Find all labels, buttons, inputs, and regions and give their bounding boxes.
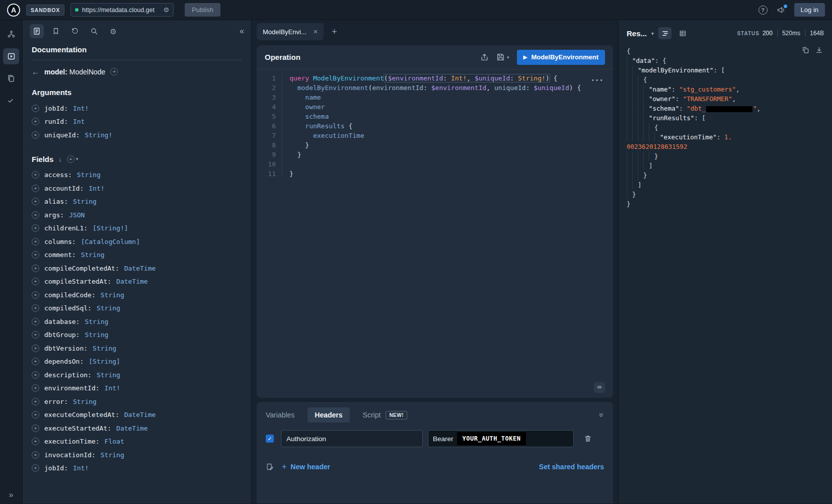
add-field-icon[interactable]: + <box>32 185 39 192</box>
doc-field-row[interactable]: +compileCompletedAt:DateTime <box>32 262 242 275</box>
field-type[interactable]: Float <box>105 438 124 445</box>
run-operation-button[interactable]: ▶ ModelByEnvironment <box>517 50 605 65</box>
add-field-icon[interactable]: + <box>32 265 39 272</box>
add-field-icon[interactable]: + <box>32 171 39 179</box>
tab-variables[interactable]: Variables <box>266 411 294 419</box>
field-type[interactable]: String! <box>85 131 112 139</box>
bookmark-icon[interactable] <box>49 24 63 38</box>
help-icon[interactable]: ? <box>759 6 768 15</box>
doc-field-row[interactable]: +database:String <box>32 315 242 328</box>
doc-field-row[interactable]: +childrenL1:[String!] <box>32 222 242 235</box>
chevron-down-icon[interactable]: ▾ <box>76 156 79 161</box>
doc-field-row[interactable]: +description:String <box>32 368 242 382</box>
new-tab-icon[interactable]: + <box>332 27 337 37</box>
doc-field-row[interactable]: +alias:String <box>32 195 242 209</box>
keyboard-shortcuts-icon[interactable]: ⌨ <box>594 382 605 393</box>
add-field-icon[interactable]: + <box>32 304 39 312</box>
doc-field-row[interactable]: +invocationId:String <box>32 448 242 462</box>
set-shared-headers-link[interactable]: Set shared headers <box>539 463 604 471</box>
model-type[interactable]: ModelNode <box>69 68 106 76</box>
doc-field-row[interactable]: +accountId:Int! <box>32 182 242 195</box>
schema-graph-icon[interactable] <box>3 26 19 42</box>
doc-field-row[interactable]: +runId:Int <box>32 115 242 129</box>
doc-field-row[interactable]: +comment:String <box>32 248 242 262</box>
add-field-icon[interactable]: + <box>32 358 39 365</box>
add-field-icon[interactable]: + <box>32 198 39 205</box>
field-type[interactable]: String <box>101 291 124 299</box>
response-title[interactable]: Res... <box>627 29 647 38</box>
tab-script[interactable]: Script <box>363 411 381 419</box>
add-field-icon[interactable]: + <box>32 105 39 112</box>
add-field-icon[interactable]: + <box>32 118 39 125</box>
field-type[interactable]: String <box>81 251 105 259</box>
field-type[interactable]: String <box>73 198 97 205</box>
new-header-button[interactable]: + New header <box>282 462 330 471</box>
add-field-icon[interactable]: + <box>32 238 39 245</box>
search-icon[interactable] <box>87 24 101 38</box>
doc-field-row[interactable]: +columns:[CatalogColumn] <box>32 235 242 248</box>
collapse-bottom-panel-icon[interactable]: » <box>597 413 607 417</box>
doc-field-row[interactable]: +compiledSql:String <box>32 302 242 315</box>
doc-field-row[interactable]: +jobId:Int! <box>32 102 242 115</box>
doc-field-row[interactable]: +executeStartedAt:DateTime <box>32 422 242 435</box>
field-type[interactable]: Int! <box>89 185 104 192</box>
field-type[interactable]: String <box>73 398 97 405</box>
field-type[interactable]: DateTime <box>124 265 156 272</box>
field-type[interactable]: String <box>101 451 124 459</box>
add-field-icon[interactable]: + <box>32 371 39 379</box>
field-type[interactable]: Int <box>73 118 85 125</box>
add-field-icon[interactable]: + <box>32 318 39 325</box>
field-type[interactable]: String <box>97 371 120 379</box>
clipboard-icon[interactable] <box>3 70 19 87</box>
endpoint-url[interactable]: https://metadata.cloud.get <box>82 7 160 14</box>
delete-header-icon[interactable] <box>584 435 592 443</box>
sort-fields-icon[interactable]: ↓ <box>58 155 62 163</box>
tab-headers[interactable]: Headers <box>308 407 349 423</box>
field-type[interactable]: DateTime <box>116 425 148 432</box>
field-type[interactable]: [CatalogColumn] <box>81 238 140 245</box>
collapse-panel-icon[interactable]: « <box>240 27 244 36</box>
field-type[interactable]: String <box>93 345 116 352</box>
add-field-icon[interactable]: + <box>32 211 39 219</box>
response-dropdown-icon[interactable]: ▾ <box>651 31 654 36</box>
table-view-icon[interactable] <box>676 27 689 39</box>
field-type[interactable]: Int! <box>73 105 89 112</box>
doc-field-row[interactable]: +error:String <box>32 395 242 408</box>
explorer-icon[interactable] <box>3 48 19 64</box>
announcements-icon[interactable] <box>777 6 785 14</box>
close-tab-icon[interactable]: × <box>314 28 318 36</box>
share-icon[interactable] <box>480 53 489 61</box>
settings-gear-icon[interactable]: ⚙ <box>106 24 120 38</box>
add-all-fields-control[interactable]: + ▾ <box>67 155 79 163</box>
field-type[interactable]: String <box>85 331 108 339</box>
history-icon[interactable] <box>68 24 82 38</box>
field-type[interactable]: String <box>85 318 108 325</box>
add-field-icon[interactable]: + <box>32 438 39 445</box>
query-editor[interactable]: 1query ModelByEnvironment($environmentId… <box>257 69 613 398</box>
field-type[interactable]: String <box>77 171 101 179</box>
login-button[interactable]: Log in <box>794 3 825 17</box>
documentation-tab-icon[interactable] <box>30 24 44 38</box>
auth-token-value[interactable]: YOUR_AUTH_TOKEN <box>457 432 526 445</box>
add-field-icon[interactable]: + <box>32 464 39 472</box>
doc-field-row[interactable]: +dbtGroup:String <box>32 328 242 342</box>
endpoint-settings-icon[interactable]: ⚙ <box>163 7 169 13</box>
doc-field-row[interactable]: +dependsOn:[String] <box>32 355 242 369</box>
add-field-icon[interactable]: + <box>32 251 39 259</box>
field-type[interactable]: DateTime <box>116 278 148 285</box>
doc-field-row[interactable]: +executionTime:Float <box>32 435 242 449</box>
edit-headers-icon[interactable] <box>266 463 274 471</box>
add-field-icon[interactable]: + <box>32 131 39 139</box>
doc-field-row[interactable]: +environmentId:Int! <box>32 382 242 395</box>
endpoint-url-box[interactable]: https://metadata.cloud.get ⚙ <box>70 3 174 17</box>
field-type[interactable]: JSON <box>69 211 85 219</box>
expand-rail-icon[interactable]: » <box>0 490 22 499</box>
add-field-icon[interactable]: + <box>32 224 39 232</box>
add-field-icon[interactable]: + <box>32 425 39 432</box>
save-chevron-icon[interactable]: ▾ <box>507 55 509 60</box>
tab-script-wrap[interactable]: Script NEW! <box>363 411 407 419</box>
add-field-icon[interactable]: + <box>32 451 39 459</box>
doc-field-row[interactable]: +dbtVersion:String <box>32 342 242 355</box>
add-field-icon[interactable]: + <box>32 411 39 418</box>
doc-field-row[interactable]: +uniqueId:String! <box>32 128 242 142</box>
